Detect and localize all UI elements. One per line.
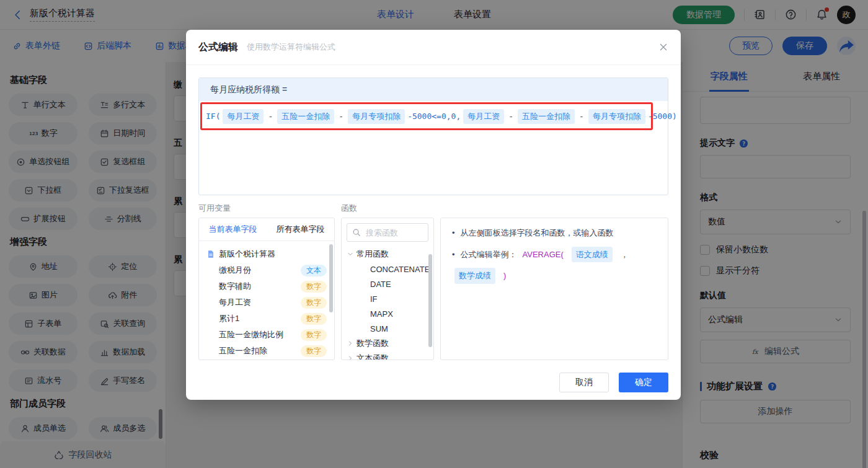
section-labels: 可用变量 函数 <box>198 203 668 214</box>
document-icon <box>206 250 215 258</box>
function-row[interactable]: IF <box>342 291 433 306</box>
variable-type-badge: 数字 <box>301 329 327 341</box>
example-token: ) <box>503 270 506 282</box>
function-row[interactable]: MAPX <box>342 306 433 321</box>
functions-scrollbar[interactable] <box>428 254 432 347</box>
variable-name: 五险一金缴纳比例 <box>219 329 301 340</box>
functions-label: 函数 <box>341 203 440 214</box>
formula-token[interactable]: -5000) <box>648 112 677 121</box>
variable-name: 累计1 <box>219 313 301 324</box>
modal-header: 公式编辑 使用数学运算符编辑公式 <box>186 30 681 65</box>
formula-editor-modal: 公式编辑 使用数学运算符编辑公式 每月应纳税所得额 = IF(每月工资-五险一金… <box>186 30 681 400</box>
variables-label: 可用变量 <box>198 203 341 214</box>
function-row-label: 文本函数 <box>356 353 389 360</box>
function-row-label: CONCATENATE <box>370 265 430 274</box>
function-row[interactable]: CONCATENATE <box>342 262 433 276</box>
chevron-right-icon <box>347 250 354 258</box>
variables-panel: 当前表单字段所有表单字段 新版个税计算器 缴税月份 文本 数字辅助 <box>198 218 335 360</box>
variables-scrollbar[interactable] <box>329 244 333 312</box>
formula-token[interactable]: 每月工资 <box>223 109 264 124</box>
variables-tab[interactable]: 所有表单字段 <box>267 218 334 241</box>
variable-row[interactable]: 缴税月份 文本 <box>206 262 329 278</box>
function-row-label: DATE <box>370 280 391 289</box>
example-token: 数学成绩 <box>454 268 495 284</box>
formula-highlight[interactable]: IF(每月工资-五险一金扣除-每月专项扣除-5000<=0,0,每月工资-五险一… <box>200 102 653 130</box>
formula-token[interactable]: 五险一金扣除 <box>518 109 575 124</box>
function-row-label: 数学函数 <box>356 338 389 349</box>
variable-row[interactable]: 五险一金缴纳比例 数字 <box>206 327 329 343</box>
formula-token[interactable]: 每月专项扣除 <box>348 109 405 124</box>
variables-tab[interactable]: 当前表单字段 <box>199 218 267 241</box>
modal-title: 公式编辑 <box>198 41 238 54</box>
modal-subtitle: 使用数学运算符编辑公式 <box>247 42 335 53</box>
function-row-label: 常用函数 <box>356 249 389 260</box>
chevron-right-icon <box>347 340 354 347</box>
variable-row[interactable]: 数字辅助 数字 <box>206 278 329 294</box>
function-row-label: IF <box>370 294 378 304</box>
close-icon[interactable] <box>658 42 668 52</box>
variable-name: 数字辅助 <box>219 281 301 292</box>
variable-type-badge: 文本 <box>301 265 327 276</box>
function-row[interactable]: SUM <box>342 321 433 336</box>
example-token: 语文成绩 <box>572 247 613 263</box>
cancel-button[interactable]: 取消 <box>559 373 609 392</box>
variable-name: 五险一金扣除 <box>219 345 301 356</box>
tip-line: 从左侧面板选择字段名和函数，或输入函数 <box>452 227 657 239</box>
function-row-label: SUM <box>370 324 388 333</box>
function-row-label: MAPX <box>370 309 393 319</box>
variable-name: 缴税月份 <box>219 265 301 276</box>
variable-row[interactable]: 累计1 数字 <box>206 311 329 327</box>
formula-token[interactable]: 每月专项扣除 <box>588 109 645 124</box>
variable-row[interactable]: 数字 <box>206 359 329 360</box>
variables-tree: 新版个税计算器 缴税月份 文本 数字辅助 数字 <box>199 241 334 360</box>
example-token: 公式编辑举例： <box>461 249 517 261</box>
formula-token[interactable]: - <box>579 112 584 121</box>
variables-tabs: 当前表单字段所有表单字段 <box>199 218 334 241</box>
search-icon <box>352 228 361 237</box>
confirm-button[interactable]: 确定 <box>619 373 668 392</box>
variable-type-badge: 数字 <box>301 345 327 357</box>
formula-token[interactable]: 每月工资 <box>463 109 504 124</box>
variable-type-badge: 数字 <box>301 281 327 293</box>
variable-row[interactable]: 五险一金扣除 数字 <box>206 343 329 359</box>
variable-name: 每月工资 <box>219 297 301 308</box>
modal-footer: 取消 确定 <box>198 373 668 392</box>
function-row[interactable]: 常用函数 <box>342 247 433 262</box>
formula-token[interactable]: - <box>508 112 513 121</box>
formula-token[interactable]: -5000<=0,0, <box>407 112 461 121</box>
variables-root[interactable]: 新版个税计算器 <box>206 246 329 262</box>
formula-token[interactable]: - <box>339 112 343 121</box>
variable-type-badge: 数字 <box>301 313 327 325</box>
formula-token[interactable]: 五险一金扣除 <box>277 109 334 124</box>
function-search[interactable] <box>347 223 428 242</box>
example-token: AVERAGE( <box>523 249 564 261</box>
variable-row[interactable]: 每月工资 数字 <box>206 294 329 311</box>
function-row[interactable]: 数学函数 <box>342 336 433 351</box>
formula-result-label: 每月应纳税所得额 = <box>199 78 668 101</box>
example-token: ， <box>621 249 629 261</box>
formula-editor[interactable]: 每月应纳税所得额 = IF(每月工资-五险一金扣除-每月专项扣除-5000<=0… <box>198 77 668 195</box>
function-row[interactable]: DATE <box>342 276 433 291</box>
formula-token[interactable]: - <box>268 112 273 121</box>
variable-type-badge: 数字 <box>301 297 327 309</box>
function-row[interactable]: 文本函数 <box>342 351 433 360</box>
tips-panel: 从左侧面板选择字段名和函数，或输入函数 公式编辑举例：AVERAGE(语文成绩，… <box>440 218 668 360</box>
formula-token[interactable]: IF( <box>206 112 220 121</box>
chevron-right-icon <box>347 355 354 360</box>
functions-panel: 常用函数 CONCATENATE DATE IF <box>341 218 434 360</box>
tip-example: 公式编辑举例：AVERAGE(语文成绩，数学成绩) <box>452 247 657 284</box>
function-search-input[interactable] <box>365 227 423 238</box>
